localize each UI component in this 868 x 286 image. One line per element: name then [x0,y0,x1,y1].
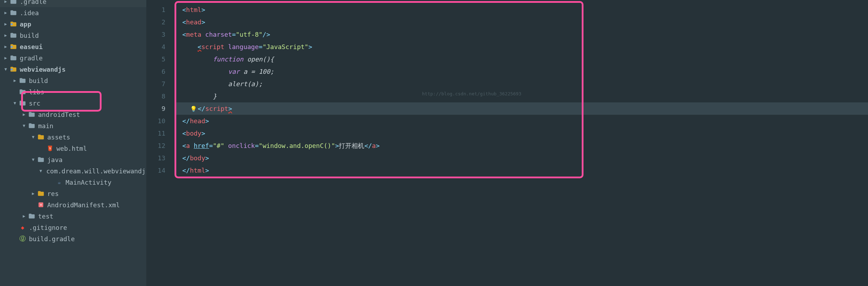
tree-item-label: gradle [20,54,43,62]
watermark-text: http://blog.csdn.net/github_36225693 [422,91,521,96]
tree-item-MainActivity[interactable]: ☕MainActivity [0,177,146,188]
line-number[interactable]: 3 [146,28,165,41]
chevron-down-icon[interactable]: ▼ [12,100,18,106]
tree-item-web-html[interactable]: 5web.html [0,143,146,154]
svg-rect-0 [11,23,13,25]
chevron-down-icon[interactable]: ▼ [21,123,27,129]
arrow-spacer [12,89,18,95]
tree-item--idea[interactable]: ▶.idea [0,7,146,18]
tree-item-label: java [47,156,62,163]
tree-item-label: easeui [20,43,43,50]
svg-text:5: 5 [49,147,51,150]
folder-icon [19,77,26,84]
chevron-right-icon[interactable]: ▶ [3,0,8,4]
tree-item-AndroidManifest-xml[interactable]: ≡AndroidManifest.xml [0,199,146,210]
folder-icon [28,213,35,220]
line-number[interactable]: 2 [146,16,165,28]
resfolder-icon [37,133,44,141]
chevron-down-icon[interactable]: ▼ [30,134,36,140]
tree-item-label: .gradle [20,0,47,5]
tree-item-java[interactable]: ▼java [0,154,146,165]
chevron-down-icon[interactable]: ▼ [30,157,36,162]
tree-item-build[interactable]: ▶build [0,75,146,86]
module-icon [10,43,17,50]
tree-item-label: test [38,213,53,220]
line-number[interactable]: 9 [146,102,165,115]
folder-icon [10,9,17,16]
folder-icon [10,54,17,61]
tree-item-assets[interactable]: ▼assets [0,131,146,143]
html-icon: 5 [47,145,54,152]
line-number[interactable]: 13 [146,152,165,164]
xml-icon: ≡ [37,201,44,208]
arrow-spacer [30,202,36,208]
tree-item-label: AndroidManifest.xml [47,201,120,209]
tree-item-com-dream-will-webviewandjs[interactable]: ▼com.dream.will.webviewandjs [0,165,146,177]
tree-item-label: .gitignore [29,224,67,231]
tree-item-label: webviewandjs [20,66,66,73]
chevron-right-icon[interactable]: ▶ [3,10,8,16]
folder-icon [19,88,26,95]
folder-icon [37,156,44,163]
chevron-right-icon[interactable]: ▶ [12,78,18,83]
tree-item--gitignore[interactable]: ◆.gitignore [0,222,146,233]
svg-rect-1 [11,46,13,48]
folder-icon [19,100,26,107]
line-number[interactable]: 5 [146,53,165,65]
chevron-right-icon[interactable]: ▶ [3,21,8,27]
tree-item-easeui[interactable]: ▶easeui [0,41,146,52]
intention-bulb-icon[interactable]: 💡 [190,103,198,115]
tree-item-libs[interactable]: libs [0,86,146,97]
module-icon [10,66,17,73]
tree-item-label: androidTest [38,111,80,118]
arrow-spacer [49,179,54,185]
tree-item-build[interactable]: ▶build [0,30,146,41]
project-tree-panel: ▶.gradle▶.idea▶app▶build▶easeui▶gradle▼w… [0,0,146,286]
tree-item-src[interactable]: ▼src [0,97,146,109]
line-number[interactable]: 1 [146,4,165,16]
line-number[interactable]: 4 [146,41,165,53]
chevron-right-icon[interactable]: ▶ [30,191,36,196]
line-number[interactable]: 6 [146,65,165,78]
chevron-right-icon[interactable]: ▶ [3,32,8,38]
tree-item-webviewandjs[interactable]: ▼webviewandjs [0,64,146,75]
tree-item-label: app [20,20,31,28]
tree-item-label: com.dream.will.webviewandjs [46,167,146,175]
tree-item-label: src [29,100,41,107]
code-editor[interactable]: <html> <head> <meta charset="utf-8"/> <s… [175,0,868,286]
tree-item-app[interactable]: ▶app [0,18,146,30]
resfolder-icon [37,190,44,197]
line-number[interactable]: 8 [146,90,165,102]
tree-item-main[interactable]: ▼main [0,120,146,131]
arrow-spacer [12,225,18,230]
chevron-right-icon[interactable]: ▶ [3,44,8,49]
tree-item-gradle[interactable]: ▶gradle [0,52,146,64]
tree-item-test[interactable]: ▶test [0,210,146,222]
git-icon: ◆ [19,224,26,231]
chevron-down-icon[interactable]: ▼ [39,168,42,174]
tree-item-label: build [29,77,48,84]
tree-item-label: res [47,190,59,197]
chevron-right-icon[interactable]: ▶ [21,213,27,219]
tree-item-label: build.gradle [29,235,75,243]
line-number[interactable]: 7 [146,78,165,90]
line-number[interactable]: 14 [146,164,165,177]
java-icon: ☕ [56,179,63,186]
tree-item-build-gradle[interactable]: ⓖbuild.gradle [0,233,146,244]
tree-item-androidTest[interactable]: ▶androidTest [0,109,146,120]
gradle-icon: ⓖ [19,235,26,242]
tree-item--gradle[interactable]: ▶.gradle [0,0,146,7]
tree-item-label: assets [47,133,70,141]
folder-icon [10,32,17,39]
chevron-right-icon[interactable]: ▶ [3,55,8,61]
chevron-down-icon[interactable]: ▼ [3,66,8,72]
folder-icon [28,111,35,118]
line-number[interactable]: 12 [146,139,165,152]
line-number[interactable]: 10 [146,115,165,127]
module-icon [10,20,17,28]
editor-gutter: 1234567891011121314 [146,0,175,286]
line-number[interactable]: 11 [146,127,165,139]
tree-item-label: libs [29,88,44,96]
chevron-right-icon[interactable]: ▶ [21,112,27,117]
tree-item-res[interactable]: ▶res [0,188,146,199]
